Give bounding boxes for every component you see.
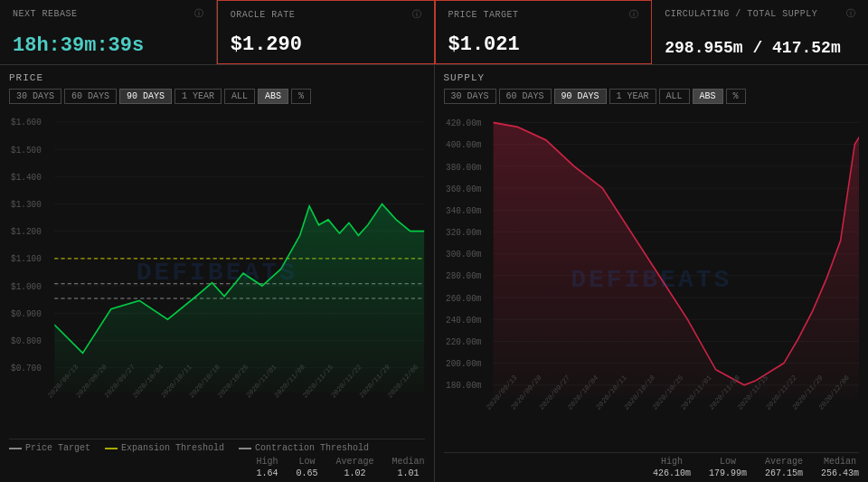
svg-text:200.00m: 200.00m xyxy=(446,359,481,370)
svg-text:260.00m: 260.00m xyxy=(446,293,481,304)
svg-text:360.00m: 360.00m xyxy=(446,184,481,194)
price-btn-abs[interactable]: ABS xyxy=(258,89,288,104)
supply-chart-panel: SUPPLY 30 DAYS 60 DAYS 90 DAYS 1 YEAR AL… xyxy=(435,65,869,482)
svg-text:$1.000: $1.000 xyxy=(11,281,42,292)
price-chart-footer: Price Target Expansion Threshold Contrac… xyxy=(9,439,425,478)
supply-btn-60days[interactable]: 60 DAYS xyxy=(499,89,552,104)
price-chart-area: DEFIBEATS $1.600 $1.500 $1.400 $1.300 $1… xyxy=(9,109,425,435)
price-chart-title: PRICE xyxy=(9,72,425,83)
price-chart-svg: $1.600 $1.500 $1.400 $1.300 $1.200 $1.10… xyxy=(9,109,425,435)
svg-text:$1.500: $1.500 xyxy=(11,145,42,156)
oracle-rate-value: $1.290 xyxy=(231,33,421,56)
svg-text:180.00m: 180.00m xyxy=(446,381,481,392)
svg-text:320.00m: 320.00m xyxy=(446,228,481,239)
price-stat-median: Median 1.01 xyxy=(392,457,424,478)
price-time-buttons: 30 DAYS 60 DAYS 90 DAYS 1 YEAR ALL ABS % xyxy=(9,89,425,104)
svg-text:420.00m: 420.00m xyxy=(446,118,481,129)
svg-text:$0.800: $0.800 xyxy=(11,336,42,347)
supply-btn-30days[interactable]: 30 DAYS xyxy=(444,89,496,104)
circulating-supply-label: CIRCULATING / TOTAL SUPPLY xyxy=(665,9,817,19)
circulating-supply-info-icon[interactable]: ⓘ xyxy=(846,7,855,20)
supply-chart-svg: 420.00m 400.00m 380.00m 360.00m 340.00m … xyxy=(444,109,860,449)
price-btn-30days[interactable]: 30 DAYS xyxy=(9,89,61,104)
legend-price-target: Price Target xyxy=(9,443,90,453)
oracle-rate-label: ORACLE RATE xyxy=(231,10,296,20)
supply-btn-pct[interactable]: % xyxy=(726,89,746,104)
price-stat-average: Average 1.02 xyxy=(335,457,373,478)
svg-text:400.00m: 400.00m xyxy=(446,140,481,151)
svg-text:380.00m: 380.00m xyxy=(446,162,481,173)
svg-text:$1.300: $1.300 xyxy=(11,200,42,211)
supply-chart-title: SUPPLY xyxy=(444,72,860,83)
svg-text:340.00m: 340.00m xyxy=(446,205,481,216)
svg-text:$1.200: $1.200 xyxy=(11,227,42,238)
price-btn-pct[interactable]: % xyxy=(291,89,311,104)
price-target-label: PRICE TARGET xyxy=(448,10,519,20)
price-btn-all[interactable]: ALL xyxy=(224,89,255,104)
svg-text:$0.900: $0.900 xyxy=(11,308,42,319)
price-btn-90days[interactable]: 90 DAYS xyxy=(119,89,172,104)
svg-text:$1.400: $1.400 xyxy=(11,172,42,183)
supply-stat-low: Low 179.99m xyxy=(709,457,747,478)
supply-btn-1year[interactable]: 1 YEAR xyxy=(609,89,656,104)
price-target-info-icon[interactable]: ⓘ xyxy=(629,8,638,21)
price-stat-low: Low 0.65 xyxy=(296,457,317,478)
price-target-card: PRICE TARGET ⓘ $1.021 xyxy=(435,0,653,64)
supply-stat-high: High 426.10m xyxy=(653,457,691,478)
price-legend: Price Target Expansion Threshold Contrac… xyxy=(9,443,425,453)
price-target-value: $1.021 xyxy=(448,33,639,56)
svg-text:$1.600: $1.600 xyxy=(11,118,42,128)
supply-stats: High 426.10m Low 179.99m Average 267.15m… xyxy=(444,457,860,478)
next-rebase-label: NEXT REBASE xyxy=(13,9,78,19)
next-rebase-card: NEXT REBASE ⓘ 18h:39m:39s xyxy=(0,0,217,64)
supply-time-buttons: 30 DAYS 60 DAYS 90 DAYS 1 YEAR ALL ABS % xyxy=(444,89,860,104)
circulating-supply-card: CIRCULATING / TOTAL SUPPLY ⓘ 298.955m / … xyxy=(652,0,868,64)
supply-btn-90days[interactable]: 90 DAYS xyxy=(554,89,607,104)
svg-text:300.00m: 300.00m xyxy=(446,250,481,260)
supply-chart-footer: High 426.10m Low 179.99m Average 267.15m… xyxy=(444,452,860,478)
charts-row: PRICE 30 DAYS 60 DAYS 90 DAYS 1 YEAR ALL… xyxy=(0,65,868,482)
supply-btn-all[interactable]: ALL xyxy=(659,89,690,104)
legend-contraction: Contraction Threshold xyxy=(239,443,369,453)
svg-text:240.00m: 240.00m xyxy=(446,315,481,326)
svg-text:$0.700: $0.700 xyxy=(11,364,42,374)
price-chart-panel: PRICE 30 DAYS 60 DAYS 90 DAYS 1 YEAR ALL… xyxy=(0,65,435,482)
price-btn-1year[interactable]: 1 YEAR xyxy=(175,89,222,104)
price-stats: High 1.64 Low 0.65 Average 1.02 Median 1… xyxy=(9,457,425,478)
svg-text:220.00m: 220.00m xyxy=(446,337,481,348)
next-rebase-info-icon[interactable]: ⓘ xyxy=(194,7,203,20)
legend-expansion: Expansion Threshold xyxy=(105,443,224,453)
svg-text:280.00m: 280.00m xyxy=(446,271,481,282)
supply-stat-median: Median 256.43m xyxy=(821,457,859,478)
oracle-rate-card: ORACLE RATE ⓘ $1.290 xyxy=(217,0,435,64)
price-btn-60days[interactable]: 60 DAYS xyxy=(64,89,117,104)
oracle-rate-info-icon[interactable]: ⓘ xyxy=(412,8,421,21)
svg-text:$1.100: $1.100 xyxy=(11,254,42,265)
circulating-supply-value: 298.955m / 417.52m xyxy=(665,39,855,57)
supply-stat-average: Average 267.15m xyxy=(765,457,803,478)
price-stat-high: High 1.64 xyxy=(256,457,278,478)
supply-btn-abs[interactable]: ABS xyxy=(693,89,723,104)
supply-chart-area: DEFIBEATS 420.00m 400.00m 380.00m 360.00… xyxy=(444,109,860,449)
top-bar: NEXT REBASE ⓘ 18h:39m:39s ORACLE RATE ⓘ … xyxy=(0,0,868,65)
next-rebase-value: 18h:39m:39s xyxy=(13,34,203,57)
